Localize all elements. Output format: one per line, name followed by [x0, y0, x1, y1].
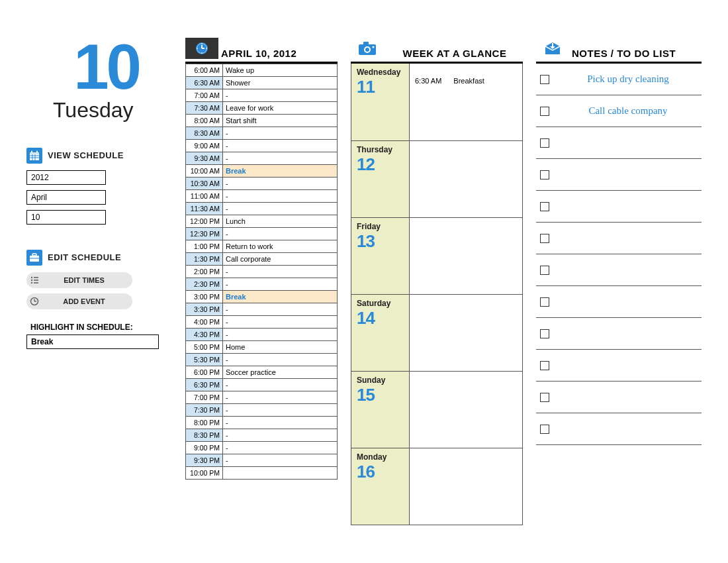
schedule-event[interactable]: - [223, 417, 338, 429]
note-checkbox[interactable] [540, 266, 549, 275]
schedule-event[interactable]: - [223, 127, 338, 140]
schedule-event[interactable]: Soccer practice [223, 366, 338, 379]
schedule-row: 11:30 AM- [186, 203, 338, 215]
week-row: Thursday12 [351, 140, 522, 217]
note-checkbox[interactable] [540, 297, 549, 307]
schedule-event[interactable]: - [223, 266, 338, 278]
schedule-time: 5:00 PM [186, 341, 223, 354]
note-checkbox[interactable] [540, 107, 549, 116]
svg-rect-9 [32, 254, 36, 256]
schedule-event[interactable]: Break [223, 291, 338, 303]
schedule-event[interactable]: - [223, 404, 338, 417]
svg-rect-14 [34, 280, 38, 281]
schedule-time: 9:30 AM [186, 152, 223, 165]
year-input[interactable] [26, 170, 106, 185]
schedule-time: 4:30 PM [186, 329, 223, 341]
schedule-event[interactable]: Lunch [223, 215, 338, 228]
day-input[interactable] [26, 210, 106, 225]
note-checkbox[interactable] [540, 138, 549, 148]
daily-header: APRIL 10, 2012 [185, 40, 338, 64]
schedule-event[interactable]: Shower [223, 77, 338, 89]
week-event-text: Breakfast [453, 77, 484, 85]
schedule-event[interactable]: - [223, 303, 338, 316]
week-row: Wednesday116:30 AMBreakfast [351, 64, 522, 140]
daily-header-text: APRIL 10, 2012 [218, 48, 338, 59]
schedule-event[interactable]: - [223, 379, 338, 391]
schedule-row: 9:00 AM- [186, 140, 338, 152]
schedule-time: 6:30 AM [186, 77, 223, 89]
week-event-cell[interactable] [410, 295, 522, 371]
schedule-row: 1:00 PMReturn to work [186, 240, 338, 253]
week-day-number: 13 [357, 231, 404, 252]
schedule-event[interactable]: - [223, 278, 338, 291]
week-header: WEEK AT A GLANCE [351, 40, 523, 64]
schedule-event[interactable]: Return to work [223, 240, 338, 253]
schedule-time: 7:30 AM [186, 102, 223, 115]
schedule-row: 3:00 PMBreak [186, 291, 338, 303]
schedule-event[interactable]: Start shift [223, 115, 338, 127]
schedule-event[interactable]: - [223, 316, 338, 329]
week-event-cell[interactable] [410, 372, 522, 448]
schedule-event[interactable]: - [223, 391, 338, 404]
note-checkbox[interactable] [540, 329, 549, 338]
week-event-cell[interactable] [410, 448, 522, 525]
schedule-time: 1:00 PM [186, 240, 223, 253]
schedule-event[interactable]: - [223, 203, 338, 215]
schedule-row: 10:00 PM [186, 467, 338, 480]
week-row: Sunday15 [351, 371, 522, 448]
edit-times-button[interactable]: EDIT TIMES [26, 272, 132, 288]
daily-schedule-column: APRIL 10, 2012 6:00 AMWake up6:30 AMShow… [185, 40, 338, 480]
week-event-cell[interactable]: 6:30 AMBreakfast [410, 64, 522, 140]
note-checkbox[interactable] [540, 202, 549, 211]
schedule-event[interactable]: Call corporate [223, 253, 338, 266]
schedule-event[interactable]: - [223, 329, 338, 341]
view-schedule-label: VIEW SCHEDULE [48, 150, 124, 160]
schedule-event[interactable]: - [223, 228, 338, 240]
note-checkbox[interactable] [540, 361, 549, 370]
inbox-icon [536, 38, 569, 59]
schedule-row: 5:00 PMHome [186, 341, 338, 354]
schedule-time: 6:00 AM [186, 64, 223, 77]
schedule-event[interactable]: - [223, 442, 338, 454]
week-day-name: Saturday [357, 299, 404, 308]
schedule-row: 8:00 PM- [186, 417, 338, 429]
week-header-text: WEEK AT A GLANCE [384, 48, 523, 59]
schedule-event[interactable]: - [223, 429, 338, 442]
note-checkbox[interactable] [540, 425, 549, 434]
week-event-cell[interactable] [410, 218, 522, 294]
schedule-event[interactable]: Break [223, 165, 338, 178]
week-day-name: Sunday [357, 376, 404, 385]
note-checkbox[interactable] [540, 234, 549, 243]
note-checkbox[interactable] [540, 170, 549, 179]
schedule-event[interactable]: - [223, 178, 338, 190]
schedule-row: 9:30 AM- [186, 152, 338, 165]
schedule-event[interactable]: Home [223, 341, 338, 354]
note-text[interactable]: Pick up dry cleaning [559, 74, 698, 85]
schedule-time: 6:00 PM [186, 366, 223, 379]
highlight-input[interactable] [26, 334, 159, 349]
schedule-time: 9:00 AM [186, 140, 223, 152]
schedule-event[interactable] [223, 467, 338, 480]
schedule-event[interactable]: - [223, 89, 338, 102]
schedule-time: 12:00 PM [186, 215, 223, 228]
week-day-name: Wednesday [357, 68, 404, 77]
schedule-event[interactable]: Wake up [223, 64, 338, 77]
schedule-event[interactable]: - [223, 190, 338, 203]
week-event-cell[interactable] [410, 141, 522, 217]
schedule-event[interactable]: - [223, 152, 338, 165]
schedule-event[interactable]: Leave for work [223, 102, 338, 115]
add-event-button[interactable]: ADD EVENT [26, 293, 132, 309]
week-event: 6:30 AMBreakfast [415, 77, 517, 85]
add-event-label: ADD EVENT [42, 297, 132, 305]
month-input[interactable] [26, 190, 106, 205]
schedule-event[interactable]: - [223, 354, 338, 366]
week-row: Saturday14 [351, 294, 522, 371]
week-day-number: 12 [357, 154, 404, 175]
svg-point-31 [365, 48, 369, 52]
schedule-row: 2:30 PM- [186, 278, 338, 291]
note-text[interactable]: Call cable company [559, 105, 698, 117]
note-checkbox[interactable] [540, 75, 549, 84]
schedule-event[interactable]: - [223, 140, 338, 152]
schedule-event[interactable]: - [223, 454, 338, 467]
note-checkbox[interactable] [540, 393, 549, 402]
